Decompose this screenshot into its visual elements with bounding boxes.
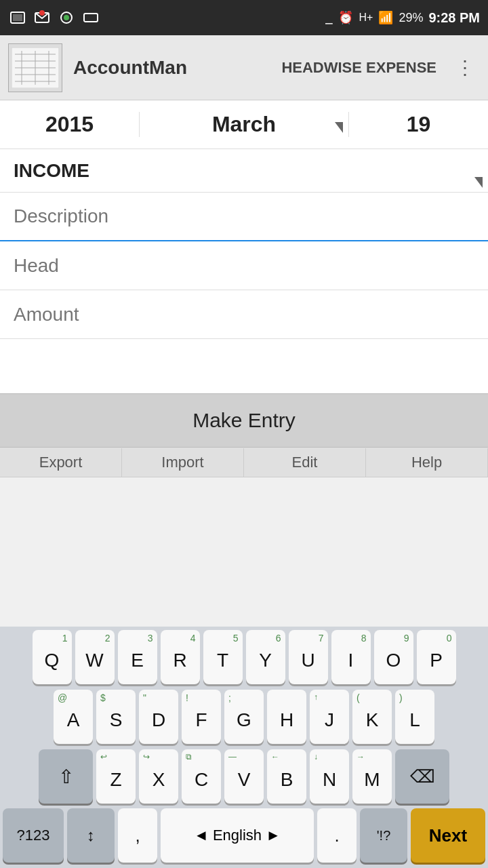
spacer <box>0 339 488 393</box>
alarm-icon: ⏰ <box>338 10 353 25</box>
keyboard-icon <box>81 8 100 27</box>
tab-help[interactable]: Help <box>366 448 488 477</box>
next-key[interactable]: Next <box>411 808 485 863</box>
key-d[interactable]: " D <box>139 690 178 744</box>
key-l[interactable]: ) L <box>395 690 434 744</box>
backspace-key[interactable]: ⌫ <box>395 749 449 804</box>
day-selector[interactable]: 19 <box>349 112 488 137</box>
num-pad-key[interactable]: ?123 <box>3 808 64 863</box>
key-p[interactable]: 0 P <box>417 630 456 684</box>
key-q[interactable]: 1 Q <box>33 630 72 684</box>
date-row: 2015 March 19 <box>0 100 488 149</box>
status-bar: ⎯ ⏰ H+ 📶 29% 9:28 PM <box>0 0 488 35</box>
key-k[interactable]: ( K <box>352 690 392 744</box>
mail-icon <box>33 8 52 27</box>
description-field[interactable] <box>0 193 488 241</box>
key-i[interactable]: 8 I <box>331 630 371 684</box>
svg-rect-6 <box>84 14 98 22</box>
key-c[interactable]: ⧉ C <box>182 749 221 804</box>
keyboard-row-1: 1 Q 2 W 3 E 4 R 5 T 6 Y 7 U 8 I <box>0 627 488 686</box>
form-section <box>0 193 488 339</box>
key-o[interactable]: 9 O <box>374 630 413 684</box>
key-x[interactable]: ↪ X <box>139 749 178 804</box>
key-z[interactable]: ↩ Z <box>96 749 136 804</box>
app-title: AccountMan <box>73 57 281 79</box>
key-m[interactable]: → M <box>352 749 392 804</box>
bluetooth-icon: ⎯ <box>325 11 333 25</box>
key-g[interactable]: ; G <box>224 690 264 744</box>
period-key[interactable]: . <box>317 808 357 863</box>
key-y[interactable]: 6 Y <box>246 630 285 684</box>
key-e[interactable]: 3 E <box>118 630 157 684</box>
app-subtitle: HEADWISE EXPENSE <box>281 59 436 77</box>
key-u[interactable]: 7 U <box>289 630 328 684</box>
keyboard-bottom-row: ?123 ↕ , ◄ English ► . '!? Next <box>0 806 488 868</box>
key-f[interactable]: ! F <box>182 690 221 744</box>
tab-edit[interactable]: Edit <box>244 448 366 477</box>
status-left-icons <box>8 8 100 27</box>
tab-export[interactable]: Export <box>0 448 122 477</box>
emoji-key[interactable]: ↕ <box>67 808 115 863</box>
description-input[interactable] <box>14 205 474 227</box>
keyboard-row-2: @ A $ S " D ! F ; G H ↑ J ( K <box>0 686 488 746</box>
shift-key[interactable]: ⇧ <box>39 749 93 804</box>
key-s[interactable]: $ S <box>96 690 136 744</box>
head-input[interactable] <box>14 255 474 277</box>
space-key[interactable]: ◄ English ► <box>161 808 314 863</box>
status-right-icons: ⎯ ⏰ H+ 📶 29% 9:28 PM <box>325 10 480 26</box>
screenshot-icon <box>8 8 27 27</box>
tab-import[interactable]: Import <box>122 448 244 477</box>
head-field[interactable] <box>0 241 488 290</box>
key-n[interactable]: ↓ N <box>310 749 349 804</box>
keyboard: 1 Q 2 W 3 E 4 R 5 T 6 Y 7 U 8 I <box>0 627 488 868</box>
bottom-tabs: Export Import Edit Help <box>0 448 488 477</box>
app-thumbnail <box>8 43 62 92</box>
key-h[interactable]: H <box>267 690 306 744</box>
key-t[interactable]: 5 T <box>203 630 243 684</box>
comma-key[interactable]: , <box>118 808 157 863</box>
svg-point-5 <box>64 15 69 20</box>
battery-icon <box>57 8 76 27</box>
month-dropdown-arrow <box>335 122 343 133</box>
battery-percent: 29% <box>399 11 423 25</box>
key-w[interactable]: 2 W <box>75 630 115 684</box>
key-r[interactable]: 4 R <box>161 630 200 684</box>
year-selector[interactable]: 2015 <box>0 112 140 137</box>
keyboard-row-3: ⇧ ↩ Z ↪ X ⧉ C — V ← B ↓ N → M <box>0 746 488 806</box>
svg-rect-1 <box>13 14 22 21</box>
amount-field[interactable] <box>0 290 488 339</box>
make-entry-button[interactable]: Make Entry <box>0 393 488 448</box>
income-type-selector[interactable]: INCOME <box>0 149 488 193</box>
punctuation-key[interactable]: '!? <box>360 808 407 863</box>
key-v[interactable]: — V <box>224 749 264 804</box>
key-b[interactable]: ← B <box>267 749 306 804</box>
income-dropdown-arrow <box>474 177 483 188</box>
key-j[interactable]: ↑ J <box>310 690 349 744</box>
app-bar: AccountMan HEADWISE EXPENSE ⋮ <box>0 35 488 100</box>
key-a[interactable]: @ A <box>54 690 93 744</box>
signal-text: H+ <box>359 12 373 24</box>
status-time: 9:28 PM <box>428 10 480 26</box>
overflow-menu-icon[interactable]: ⋮ <box>450 51 480 84</box>
signal-bars: 📶 <box>378 10 393 25</box>
svg-point-3 <box>39 10 45 16</box>
month-selector[interactable]: March <box>140 112 349 137</box>
amount-input[interactable] <box>14 304 474 326</box>
